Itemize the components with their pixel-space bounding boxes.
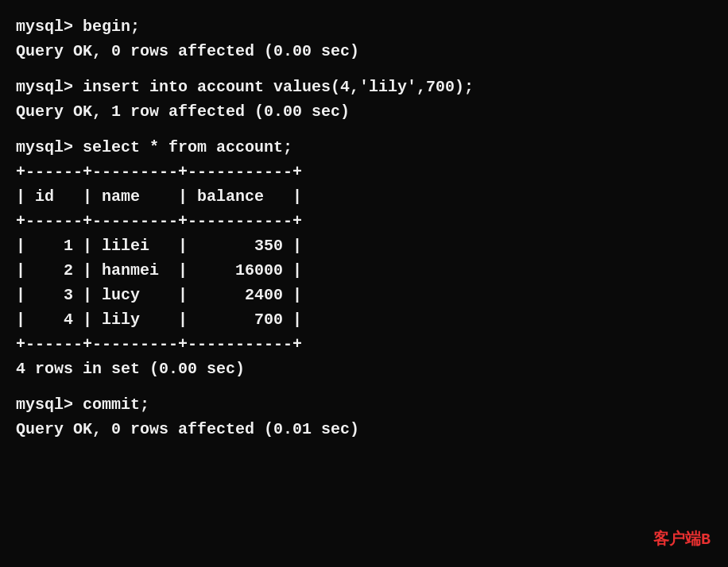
terminal-line-result: 4 rows in set (0.00 sec) [16,357,712,381]
terminal-line-table-row: | 2 | hanmei | 16000 | [16,258,712,283]
terminal-line-table-border: +------+---------+-----------+ [16,332,712,357]
terminal-line-table-border: +------+---------+-----------+ [16,209,712,233]
terminal-line-table-row: | 3 | lucy | 2400 | [16,283,712,307]
terminal-line-prompt: mysql> select * from account; [16,135,712,160]
terminal-line-prompt: mysql> commit; [16,392,712,417]
terminal-line-prompt: mysql> begin; [16,14,712,39]
terminal-window: mysql> begin;Query OK, 0 rows affected (… [0,0,728,567]
spacer [16,124,712,135]
terminal-line-result: Query OK, 1 row affected (0.00 sec) [16,99,712,124]
terminal-output: mysql> begin;Query OK, 0 rows affected (… [16,14,712,442]
terminal-line-table-border: +------+---------+-----------+ [16,160,712,184]
spacer [16,381,712,392]
terminal-line-table-row: | 4 | lily | 700 | [16,307,712,332]
watermark-label: 客户端B [653,528,711,550]
terminal-line-prompt: mysql> insert into account values(4,'lil… [16,75,712,99]
spacer [16,64,712,75]
terminal-line-result: Query OK, 0 rows affected (0.01 sec) [16,417,712,442]
terminal-line-table-row: | 1 | lilei | 350 | [16,233,712,258]
terminal-line-result: Query OK, 0 rows affected (0.00 sec) [16,39,712,64]
terminal-line-table-header: | id | name | balance | [16,184,712,209]
